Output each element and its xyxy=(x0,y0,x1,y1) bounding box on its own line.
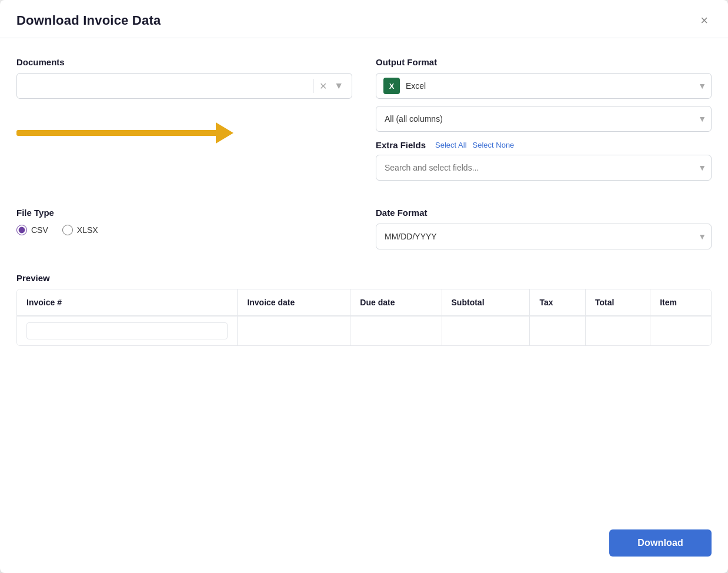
preview-table: Invoice # Invoice date Due date Subtotal… xyxy=(17,289,711,345)
output-format-label: Output Format xyxy=(376,57,712,67)
search-fields-arrow-icon: ▼ xyxy=(698,163,706,172)
preview-table-head: Invoice # Invoice date Due date Subtotal… xyxy=(17,289,711,316)
modal-container: Download Invoice Data × Documents ✕ ▼ xyxy=(0,0,728,573)
arrow-head xyxy=(216,122,233,144)
col-tax: Tax xyxy=(530,289,586,316)
col-invoice-num: Invoice # xyxy=(17,289,238,316)
csv-label: CSV xyxy=(31,225,48,235)
col-due-date: Due date xyxy=(350,289,442,316)
output-format-select[interactable]: X Excel ▼ xyxy=(376,73,712,99)
date-format-select[interactable]: MM/DD/YYYY ▼ xyxy=(376,224,712,249)
file-type-section: File Type CSV XLSX xyxy=(16,208,352,249)
download-button[interactable]: Download xyxy=(609,529,712,557)
date-format-label: Date Format xyxy=(376,208,712,218)
modal-footer: Download xyxy=(0,520,728,573)
excel-icon: X xyxy=(383,78,400,94)
modal-body: Documents ✕ ▼ Output Format xyxy=(0,38,728,520)
xlsx-radio-input[interactable] xyxy=(62,225,73,235)
preview-cell-due-date xyxy=(350,316,442,345)
col-subtotal: Subtotal xyxy=(442,289,530,316)
preview-table-body xyxy=(17,316,711,345)
csv-radio-item[interactable]: CSV xyxy=(16,225,48,235)
columns-select-value: All (all columns) xyxy=(385,114,693,124)
arrow-line xyxy=(16,130,216,136)
search-fields-wrapper[interactable]: ▼ xyxy=(376,155,712,181)
col-total: Total xyxy=(585,289,650,316)
preview-cell-total xyxy=(585,316,650,345)
preview-table-header-row: Invoice # Invoice date Due date Subtotal… xyxy=(17,289,711,316)
col-invoice-date: Invoice date xyxy=(238,289,350,316)
date-format-section: Date Format MM/DD/YYYY ▼ xyxy=(376,208,712,249)
preview-label: Preview xyxy=(16,273,712,283)
preview-row-input[interactable] xyxy=(26,322,228,339)
extra-fields-section: Extra Fields Select All Select None ▼ xyxy=(376,140,712,181)
modal-header: Download Invoice Data × xyxy=(0,0,728,38)
xlsx-label: XLSX xyxy=(77,225,98,235)
search-fields-input[interactable] xyxy=(385,163,693,172)
documents-clear-button[interactable]: ✕ xyxy=(316,79,330,93)
columns-select[interactable]: All (all columns) ▼ xyxy=(376,106,712,132)
date-format-arrow-icon: ▼ xyxy=(698,232,706,241)
extra-fields-header: Extra Fields Select All Select None xyxy=(376,140,712,150)
col-item: Item xyxy=(650,289,711,316)
preview-cell-invoice-num xyxy=(17,316,238,345)
select-all-link[interactable]: Select All xyxy=(435,141,466,149)
documents-select-wrapper[interactable]: ✕ ▼ xyxy=(16,73,352,99)
documents-dropdown-button[interactable]: ▼ xyxy=(330,79,347,92)
output-format-arrow-icon: ▼ xyxy=(698,81,706,91)
preview-cell-subtotal xyxy=(442,316,530,345)
documents-input[interactable] xyxy=(24,81,310,91)
extra-fields-title: Extra Fields xyxy=(376,140,426,150)
documents-label: Documents xyxy=(16,57,352,67)
file-type-radio-group: CSV XLSX xyxy=(16,225,352,235)
arrow-annotation xyxy=(16,122,352,144)
select-none-link[interactable]: Select None xyxy=(473,141,515,149)
columns-select-arrow-icon: ▼ xyxy=(698,114,706,124)
preview-cell-invoice-date xyxy=(238,316,350,345)
preview-cell-item xyxy=(650,316,711,345)
preview-data-row xyxy=(17,316,711,345)
xlsx-radio-item[interactable]: XLSX xyxy=(62,225,98,235)
file-type-label: File Type xyxy=(16,208,352,218)
top-row: Documents ✕ ▼ Output Format xyxy=(16,57,712,181)
date-format-value: MM/DD/YYYY xyxy=(385,232,693,241)
preview-cell-tax xyxy=(530,316,586,345)
output-format-section: Output Format X Excel ▼ All (all columns… xyxy=(376,57,712,181)
middle-row: File Type CSV XLSX Date Format MM/DD/YYY… xyxy=(16,208,712,249)
preview-section: Preview Invoice # Invoice date Due date … xyxy=(16,273,712,346)
output-format-value: Excel xyxy=(406,81,693,91)
documents-section: Documents ✕ ▼ xyxy=(16,57,352,181)
modal-title: Download Invoice Data xyxy=(16,13,161,28)
csv-radio-input[interactable] xyxy=(16,225,27,235)
documents-divider xyxy=(313,79,313,93)
preview-table-wrapper: Invoice # Invoice date Due date Subtotal… xyxy=(16,289,712,346)
close-button[interactable]: × xyxy=(697,13,712,28)
